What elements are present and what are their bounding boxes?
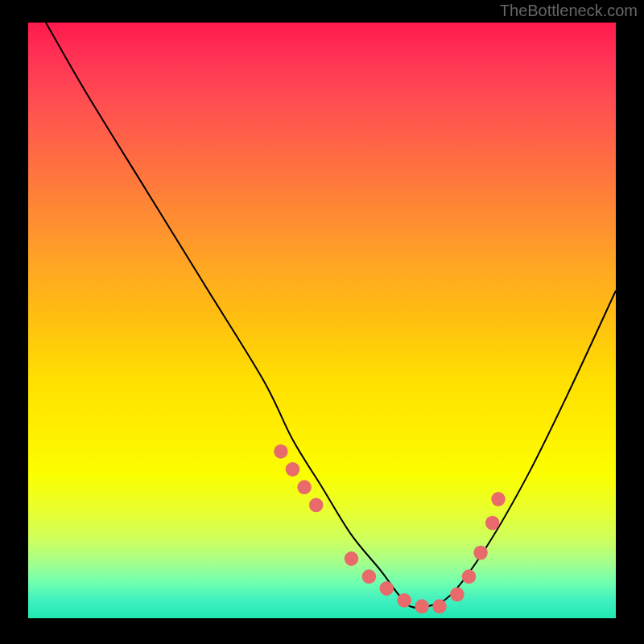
bottleneck-curve [46,23,616,608]
data-marker [274,444,288,459]
data-marker [462,569,477,584]
plot-area [28,23,616,618]
watermark-text: TheBottleneck.com [500,2,638,20]
data-marker [432,599,447,613]
data-marker [397,593,411,608]
data-marker [491,492,506,506]
data-markers [274,444,506,613]
data-marker [286,462,300,477]
data-marker [309,498,324,513]
data-marker [345,551,359,566]
data-marker [380,581,394,596]
data-marker [485,516,500,530]
chart-svg [28,23,616,618]
data-marker [450,588,464,602]
data-marker [297,480,312,494]
data-marker [362,569,377,584]
data-marker [415,599,429,613]
data-marker [473,546,488,560]
